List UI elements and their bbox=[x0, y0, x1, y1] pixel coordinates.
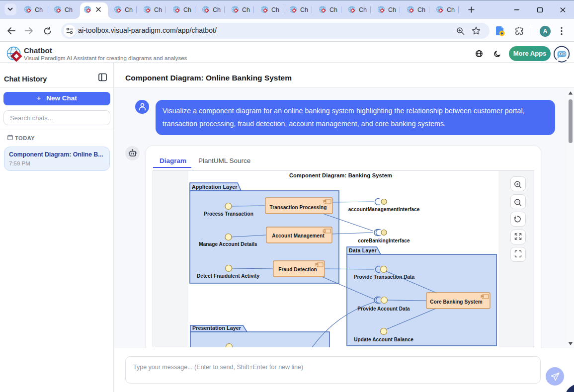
svg-text:Transaction Processing: Transaction Processing bbox=[269, 205, 327, 210]
svg-text:Process Transaction: Process Transaction bbox=[204, 211, 253, 217]
svg-text:Manage Account Details: Manage Account Details bbox=[199, 241, 257, 247]
svg-text:coreBankingInterface: coreBankingInterface bbox=[358, 238, 410, 243]
svg-text:Core Banking System: Core Banking System bbox=[430, 299, 482, 305]
svg-text:Presentation Layer: Presentation Layer bbox=[192, 325, 241, 331]
svg-text:Update Account Balance: Update Account Balance bbox=[354, 337, 413, 342]
svg-text:Component Diagram: Banking Sys: Component Diagram: Banking System bbox=[289, 172, 392, 178]
svg-text:Detect Fraudulent Activity: Detect Fraudulent Activity bbox=[197, 273, 259, 279]
svg-text:Data Layer: Data Layer bbox=[349, 247, 377, 253]
svg-text:Account Management: Account Management bbox=[272, 233, 325, 238]
svg-text:Fraud Detection: Fraud Detection bbox=[278, 267, 317, 272]
svg-text:Provide Account Data: Provide Account Data bbox=[357, 306, 410, 312]
svg-text:Application Layer: Application Layer bbox=[192, 184, 238, 190]
svg-text:accountManagementInterface: accountManagementInterface bbox=[348, 207, 420, 212]
svg-text:Provide Transaction Data: Provide Transaction Data bbox=[354, 274, 415, 280]
